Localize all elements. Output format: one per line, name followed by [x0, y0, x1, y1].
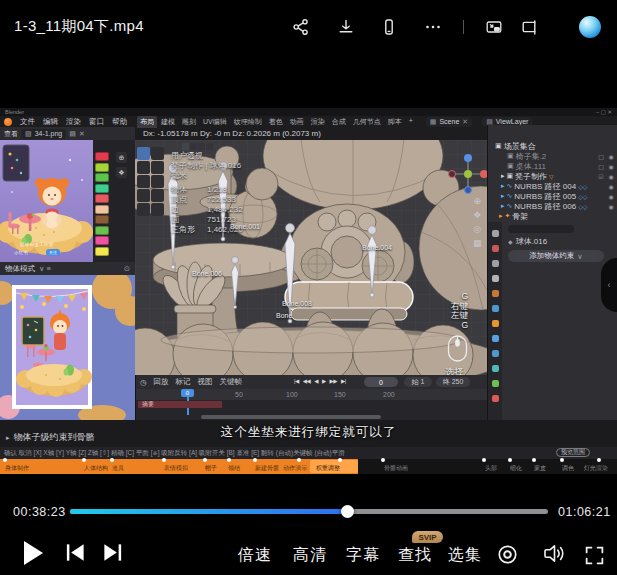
avatar[interactable]	[579, 16, 601, 38]
navigation-gizmo[interactable]	[448, 154, 487, 194]
outliner-row[interactable]: ▣ 场景集合	[488, 141, 617, 151]
visibility-eye-icon[interactable]: ◉	[607, 203, 615, 210]
outliner-row[interactable]: ▸ ∿ NURBS 路径 006 ◇◇ ◉	[488, 201, 617, 211]
tool-button[interactable]	[137, 161, 150, 174]
player-menu-button[interactable]: 选集	[448, 545, 482, 566]
palette-swatch[interactable]	[95, 163, 109, 172]
workspace-tab[interactable]: +	[406, 116, 416, 128]
menu-item[interactable]: 渲染	[62, 117, 85, 127]
chapter-marker-dot[interactable]	[3, 458, 7, 462]
chapter-marker-dot[interactable]	[110, 458, 114, 462]
progress-knob[interactable]	[341, 505, 354, 518]
video-frame[interactable]: Blender ‒ ▢ ✕ 文件编辑渲染窗口帮助 布局建模雕刻UV编辑纹理绘制着…	[0, 108, 617, 474]
mini-player-icon[interactable]	[520, 18, 538, 36]
visibility-eye-icon[interactable]: ◉	[607, 193, 615, 200]
timeline-menu[interactable]: 回放	[154, 377, 169, 387]
outliner-row[interactable]: ▣ 桌体.111 ▢ ◉	[488, 161, 617, 171]
more-icon[interactable]	[424, 18, 442, 36]
transport-button[interactable]: ◀◀	[303, 378, 310, 384]
workspace-tab[interactable]: 几何节点	[350, 116, 384, 128]
visibility-eye-icon[interactable]: ◉	[607, 163, 615, 170]
palette-swatch[interactable]	[95, 215, 109, 224]
outliner-row[interactable]: ▸ ✦ 骨架	[488, 211, 617, 221]
properties-tab-icon[interactable]	[492, 320, 499, 327]
image-editor-menu[interactable]: 查看	[4, 129, 18, 139]
overlay-toggle-icon[interactable]	[190, 143, 197, 150]
add-constraint-button[interactable]: 添加物体约束∨	[508, 250, 604, 262]
outliner-row[interactable]: ▸ ∿ NURBS 路径 004 ◇◇ ◉	[488, 181, 617, 191]
workspace-tab[interactable]: 合成	[329, 116, 349, 128]
chapter-marker-dot[interactable]	[82, 458, 86, 462]
unlink-icon[interactable]: ✕	[79, 130, 85, 138]
properties-tab-icon[interactable]	[492, 395, 499, 402]
menu-item[interactable]: 窗口	[85, 117, 108, 127]
properties-tab-icon[interactable]	[492, 245, 499, 252]
chapter-marker-dot[interactable]	[227, 458, 231, 462]
player-menu-button[interactable]: 字幕	[346, 545, 380, 566]
scene-selector[interactable]: ▦ Scene ✕	[426, 117, 472, 127]
chapter-marker-dot[interactable]	[297, 458, 301, 462]
player-menu-button[interactable]: 高清	[293, 545, 327, 566]
palette-swatch[interactable]	[95, 173, 109, 182]
overlay-toggle-icon[interactable]	[182, 143, 189, 150]
checkbox-icon[interactable]: ☑	[597, 173, 605, 180]
image-tool-button[interactable]: ❖	[116, 167, 127, 178]
progress-bar[interactable]	[70, 509, 548, 514]
frame-start-field[interactable]: 始 1	[404, 377, 432, 387]
player-menu-button[interactable]: 倍速	[238, 545, 272, 566]
window-buttons[interactable]: ‒ ▢ ✕	[596, 109, 612, 115]
chapter-marker-dot[interactable]	[381, 458, 385, 462]
episode-drawer-handle[interactable]: ‹	[601, 258, 617, 312]
chapter-marker-dot[interactable]	[560, 458, 564, 462]
visibility-eye-icon[interactable]: ◉	[607, 153, 615, 160]
tool-button[interactable]	[137, 175, 150, 188]
blender-logo-icon[interactable]	[4, 118, 12, 126]
palette-swatch[interactable]	[95, 194, 109, 203]
properties-tab-icon[interactable]	[492, 290, 499, 297]
new-image-icon[interactable]: ▤	[69, 130, 76, 138]
timeline-menu[interactable]: 关键帧	[220, 377, 243, 387]
viewport-nav-icon[interactable]: ◎	[473, 224, 482, 235]
chapter-marker-dot[interactable]	[253, 458, 257, 462]
overlay-toggle-icon[interactable]	[198, 143, 205, 150]
axis-z-neg[interactable]	[464, 186, 472, 194]
visibility-eye-icon[interactable]: ◉	[607, 183, 615, 190]
play-button[interactable]	[22, 540, 44, 566]
properties-tab-icon[interactable]	[492, 305, 499, 312]
properties-tab-icon[interactable]	[492, 365, 499, 372]
workspace-tab[interactable]: UV编辑	[200, 116, 230, 128]
properties-tab-icon[interactable]	[492, 380, 499, 387]
tool-button[interactable]	[151, 161, 164, 174]
editor-type-icon[interactable]: ◷	[140, 378, 147, 387]
outliner-row[interactable]: ▣ 椅子集.2 ▢ ◉	[488, 151, 617, 161]
loop-icon[interactable]	[497, 544, 518, 565]
tool-button[interactable]	[151, 147, 164, 160]
workspace-tab[interactable]: 雕刻	[179, 116, 199, 128]
player-menu-button[interactable]: 查找	[398, 545, 432, 566]
axis-z[interactable]	[464, 154, 472, 162]
share-icon[interactable]	[292, 18, 310, 36]
visibility-eye-icon[interactable]: ◉	[607, 173, 615, 180]
chapter-marker-dot[interactable]	[203, 458, 207, 462]
chapter-marker-dot[interactable]	[162, 458, 166, 462]
viewport-nav-icon[interactable]: ⊕	[473, 196, 482, 207]
properties-tab-icon[interactable]	[492, 230, 499, 237]
phone-icon[interactable]	[380, 18, 398, 36]
chapter-marker-dot[interactable]	[338, 458, 342, 462]
tool-button[interactable]	[137, 203, 150, 216]
previous-episode-button[interactable]	[64, 541, 87, 564]
transport-button[interactable]: ▶	[322, 378, 326, 384]
timeline-menu[interactable]: 标记	[176, 377, 191, 387]
checkbox-icon[interactable]: ▢	[597, 163, 605, 170]
tool-button[interactable]	[137, 189, 150, 202]
chapter-marker-dot[interactable]	[597, 458, 601, 462]
properties-tab-icon[interactable]	[492, 335, 499, 342]
timeline-menu[interactable]: 视图	[198, 377, 213, 387]
checkbox-icon[interactable]: ▢	[597, 153, 605, 160]
menu-item[interactable]: 帮助	[108, 117, 131, 127]
workspace-tab[interactable]: 布局	[137, 116, 157, 128]
transport-button[interactable]: ▶|	[341, 378, 346, 384]
volume-icon[interactable]	[542, 543, 566, 565]
transport-button[interactable]: ▶▶	[330, 378, 337, 384]
workspace-tab[interactable]: 渲染	[308, 116, 328, 128]
